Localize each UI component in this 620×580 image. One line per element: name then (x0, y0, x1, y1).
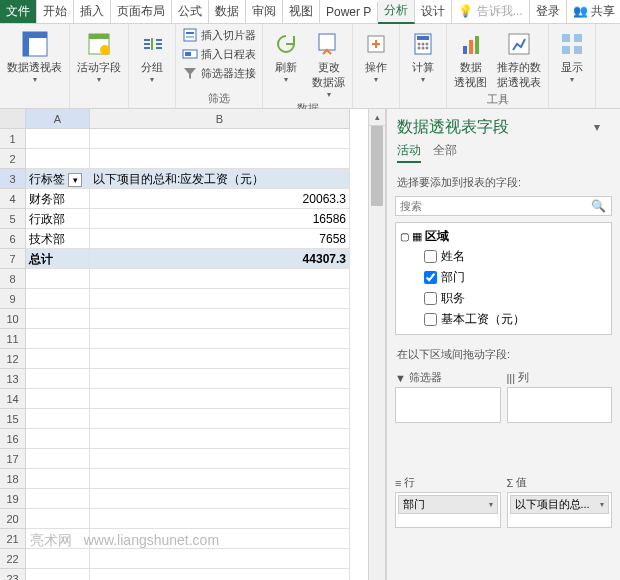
login-link[interactable]: 登录 (530, 0, 567, 23)
field-checkbox[interactable] (424, 292, 437, 305)
row-header-11[interactable]: 11 (0, 329, 26, 349)
recommend-button[interactable]: 推荐的数 据透视表 (494, 26, 544, 92)
field-item-0[interactable]: 姓名 (400, 246, 607, 267)
cell[interactable] (26, 309, 90, 329)
cell[interactable] (26, 429, 90, 449)
pane-tab-active[interactable]: 活动 (397, 142, 421, 163)
cell[interactable] (90, 469, 350, 489)
row-header-19[interactable]: 19 (0, 489, 26, 509)
scroll-thumb[interactable] (371, 126, 383, 206)
tab-tellme[interactable]: 💡 告诉我... (452, 0, 529, 23)
filter-dropdown-icon[interactable]: ▾ (68, 173, 82, 187)
row-header-6[interactable]: 6 (0, 229, 26, 249)
group-button[interactable]: 分组▾ (133, 26, 171, 86)
cell[interactable] (90, 289, 350, 309)
cell[interactable] (26, 489, 90, 509)
row-header-21[interactable]: 21 (0, 529, 26, 549)
tab-insert[interactable]: 插入 (74, 0, 111, 23)
cell[interactable] (26, 509, 90, 529)
col-header-b[interactable]: B (90, 109, 350, 129)
pane-tab-all[interactable]: 全部 (433, 142, 457, 163)
field-item-3[interactable]: 基本工资（元） (400, 309, 607, 330)
cell[interactable] (90, 489, 350, 509)
zone-vals-box[interactable]: 以下项目的总...▾ (507, 492, 613, 528)
tab-analyze[interactable]: 分析 (378, 0, 415, 24)
search-input[interactable] (395, 196, 612, 216)
total-label[interactable]: 总计 (26, 249, 90, 269)
value-cell[interactable]: 20063.3 (90, 189, 350, 209)
row-header-16[interactable]: 16 (0, 429, 26, 449)
col-header-a[interactable]: A (26, 109, 90, 129)
scroll-up-button[interactable]: ▴ (369, 109, 385, 126)
calc-button[interactable]: 计算▾ (404, 26, 442, 86)
cell[interactable] (90, 149, 350, 169)
row-header-12[interactable]: 12 (0, 349, 26, 369)
row-header-23[interactable]: 23 (0, 569, 26, 580)
row-header-13[interactable]: 13 (0, 369, 26, 389)
actions-button[interactable]: 操作▾ (357, 26, 395, 86)
cell[interactable] (90, 309, 350, 329)
dept-cell[interactable]: 财务部 (26, 189, 90, 209)
total-value[interactable]: 44307.3 (90, 249, 350, 269)
field-item-1[interactable]: 部门 (400, 267, 607, 288)
tab-formula[interactable]: 公式 (172, 0, 209, 23)
row-header-3[interactable]: 3 (0, 169, 26, 189)
cell[interactable] (90, 569, 350, 580)
field-group[interactable]: ▢ ▦ 区域 (400, 227, 607, 246)
cell[interactable] (26, 269, 90, 289)
filter-conn-button[interactable]: 筛选器连接 (180, 64, 258, 82)
share-button[interactable]: 👥 共享 (567, 0, 620, 23)
cell[interactable] (26, 129, 90, 149)
cell[interactable] (26, 149, 90, 169)
row-header-20[interactable]: 20 (0, 509, 26, 529)
row-header-17[interactable]: 17 (0, 449, 26, 469)
dept-cell[interactable]: 行政部 (26, 209, 90, 229)
pivottable-button[interactable]: 数据透视表▾ (4, 26, 65, 86)
row-header-14[interactable]: 14 (0, 389, 26, 409)
field-checkbox[interactable] (424, 313, 437, 326)
activefield-button[interactable]: 活动字段▾ (74, 26, 124, 86)
tab-home[interactable]: 开始 (37, 0, 74, 23)
cell[interactable] (26, 369, 90, 389)
zone-rows-box[interactable]: 部门▾ (395, 492, 501, 528)
cell[interactable] (90, 389, 350, 409)
cell[interactable] (26, 449, 90, 469)
cell[interactable] (90, 409, 350, 429)
value-cell[interactable]: 16586 (90, 209, 350, 229)
row-header-22[interactable]: 22 (0, 549, 26, 569)
field-checkbox[interactable] (424, 271, 437, 284)
cell[interactable] (26, 569, 90, 580)
cell[interactable] (90, 369, 350, 389)
cell[interactable] (26, 289, 90, 309)
cell[interactable] (90, 429, 350, 449)
insert-slicer-button[interactable]: 插入切片器 (180, 26, 258, 44)
tab-layout[interactable]: 页面布局 (111, 0, 172, 23)
zone-cols-box[interactable] (507, 387, 613, 423)
tab-data[interactable]: 数据 (209, 0, 246, 23)
cell[interactable] (90, 329, 350, 349)
pivotchart-button[interactable]: 数据 透视图 (451, 26, 490, 92)
cell[interactable] (26, 469, 90, 489)
row-header-10[interactable]: 10 (0, 309, 26, 329)
row-field-pill[interactable]: 部门▾ (398, 495, 498, 514)
tab-powerp[interactable]: Power P (320, 2, 378, 22)
tab-view[interactable]: 视图 (283, 0, 320, 23)
insert-timeline-button[interactable]: 插入日程表 (180, 45, 258, 63)
field-checkbox[interactable] (424, 250, 437, 263)
rowlabels-header[interactable]: 行标签 ▾ (26, 169, 90, 189)
cell[interactable] (26, 409, 90, 429)
cell[interactable] (90, 129, 350, 149)
tab-file[interactable]: 文件 (0, 0, 37, 23)
tab-review[interactable]: 审阅 (246, 0, 283, 23)
val-field-pill[interactable]: 以下项目的总...▾ (510, 495, 610, 514)
value-cell[interactable]: 7658 (90, 229, 350, 249)
row-header-9[interactable]: 9 (0, 289, 26, 309)
cell[interactable] (26, 329, 90, 349)
dept-cell[interactable]: 技术部 (26, 229, 90, 249)
cell[interactable] (26, 349, 90, 369)
cell[interactable] (26, 529, 90, 549)
row-header-18[interactable]: 18 (0, 469, 26, 489)
cell[interactable] (26, 389, 90, 409)
cell[interactable] (90, 549, 350, 569)
cell[interactable] (26, 549, 90, 569)
